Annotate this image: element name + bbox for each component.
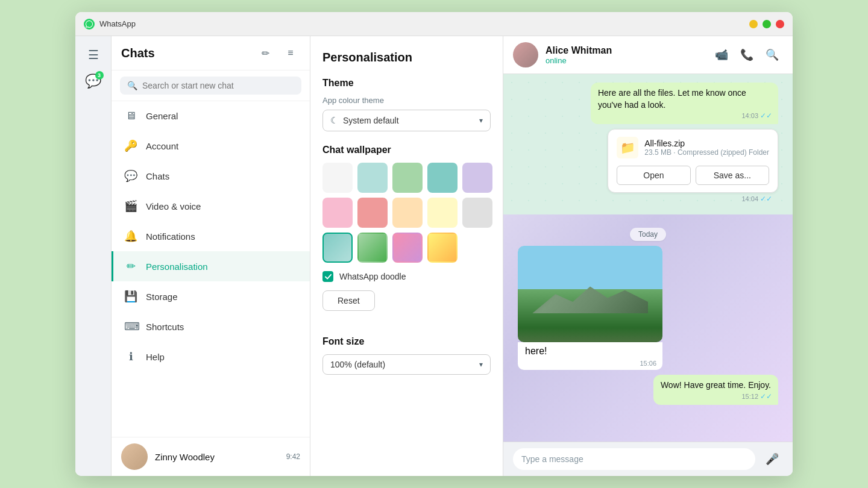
chat-avatar [121,443,148,470]
general-icon: 🖥 [124,110,137,122]
menu-icon[interactable]: ☰ [82,43,105,66]
file-meta: 23.5 MB · Compressed (zipped) Folder [644,148,769,157]
close-button[interactable]: ✕ [776,20,784,28]
file-icon: 📁 [617,137,638,158]
settings-item-help[interactable]: ℹ Help [112,342,310,372]
wallpaper-swatch[interactable] [462,198,492,228]
wallpaper-section: Chat wallpaper WhatsApp doodle Reset [322,145,491,324]
image-message-row: here! 15:06 [518,246,778,370]
new-chat-button[interactable]: ✏ [256,43,275,63]
settings-item-shortcuts[interactable]: ⌨ Shortcuts [112,311,310,342]
file-message-wrap: 📁 All-files.zip 23.5 MB · Compressed (zi… [608,129,778,206]
font-section-title: Font size [322,336,491,347]
outgoing-message-row: Wow! Have great time. Enjoy. 15:12 ✓✓ [518,375,778,405]
wallpaper-swatch[interactable] [462,163,492,193]
personalisation-icon: ✏ [124,260,137,273]
wallpaper-swatch[interactable] [427,163,458,193]
app-logo [84,19,95,30]
settings-item-personalisation[interactable]: ✏ Personalisation [112,251,310,281]
chat-meta: 9:42 [286,452,300,461]
wallpaper-swatch[interactable] [357,198,388,228]
wallpaper-swatch[interactable] [322,163,353,193]
wallpaper-swatch[interactable] [392,233,423,263]
message-text: Here are all the files. Let me know once… [598,88,746,110]
settings-list: 🖥 General 🔑 Account 💬 Chats 🎬 Video & vo… [112,101,310,437]
mountain-image [518,246,662,342]
file-message-row: 📁 All-files.zip 23.5 MB · Compressed (zi… [518,129,778,206]
outgoing-message-text: Wow! Have great time. Enjoy. [661,380,771,390]
settings-item-account[interactable]: 🔑 Account [112,131,310,161]
theme-dropdown[interactable]: ☾ System default ▾ [322,110,491,131]
file-open-button[interactable]: Open [617,166,690,185]
search-chat-button[interactable]: 🔍 [761,44,783,66]
settings-item-label: Shortcuts [146,322,184,332]
wallpaper-swatch[interactable] [322,233,353,263]
filter-button[interactable]: ≡ [281,43,300,63]
outgoing-message-time: 15:12 ✓✓ [741,392,772,402]
chat-bg-purple: Today here! 15:06 [503,214,793,442]
settings-item-video-voice[interactable]: 🎬 Video & voice [112,191,310,221]
voice-call-button[interactable]: 📞 [736,44,758,66]
chat-badge: 3 [95,71,104,80]
wallpaper-section-title: Chat wallpaper [322,145,491,155]
wallpaper-swatch[interactable] [357,233,388,263]
wallpaper-swatch[interactable] [392,163,423,193]
file-name: All-files.zip [644,139,769,148]
left-panel: Chats ✏ ≡ 🔍 🖥 General 🔑 Account 💬 Chats [112,36,310,476]
message-input[interactable] [513,448,755,470]
image-time: 15:06 [640,360,656,367]
chat-area: Alice Whitman online 📹 📞 🔍 Here are all … [503,36,793,476]
shortcuts-icon: ⌨ [124,320,137,333]
message-ticks: ✓✓ [760,111,772,121]
video-call-button[interactable]: 📹 [711,44,732,66]
mic-button[interactable]: 🎤 [761,448,783,470]
chat-input-area: 🎤 [503,442,793,476]
help-icon: ℹ [124,350,137,363]
minimize-button[interactable]: – [749,20,758,28]
chat-time: 9:42 [286,452,300,461]
chat-info: Zinny Woodley [155,452,279,462]
font-dropdown[interactable]: 100% (default) ▾ [322,354,491,375]
settings-item-label: Account [146,141,178,151]
settings-item-general[interactable]: 🖥 General [112,101,310,131]
settings-item-notifications[interactable]: 🔔 Notifications [112,221,310,251]
message-bubble: Here are all the files. Let me know once… [591,83,778,124]
chat-bg-green: Here are all the files. Let me know once… [503,74,793,214]
caption-text: here! [525,346,547,356]
wallpaper-swatch[interactable] [427,233,458,263]
video-voice-icon: 🎬 [124,199,137,213]
chat-list-item[interactable]: Zinny Woodley 9:42 [112,437,310,476]
chat-header-info: Alice Whitman online [546,45,703,65]
file-save-button[interactable]: Save as... [696,166,769,185]
maximize-button[interactable]: □ [763,20,771,28]
wallpaper-grid [322,163,491,263]
day-label: Today [630,228,666,241]
account-icon: 🔑 [124,139,137,152]
file-bubble: 📁 All-files.zip 23.5 MB · Compressed (zi… [608,129,778,193]
personalisation-panel: Personalisation Theme App colour theme ☾… [310,36,503,476]
doodle-label: WhatsApp doodle [339,272,406,281]
wallpaper-swatch[interactable] [427,198,458,228]
chat-header-actions: 📹 📞 🔍 [711,44,783,66]
window-controls: – □ ✕ [749,20,784,28]
doodle-checkbox[interactable] [322,271,333,282]
search-input[interactable] [142,81,294,90]
doodle-checkbox-row: WhatsApp doodle [322,271,491,282]
theme-section-title: Theme [322,78,491,89]
wallpaper-swatch[interactable] [322,198,353,228]
chats-icon: 💬 [124,169,137,183]
theme-icon: ☾ [330,115,338,126]
settings-item-storage[interactable]: 💾 Storage [112,281,310,311]
image-bubble: here! 15:06 [518,246,662,370]
app-window: WhatsApp – □ ✕ ☰ 💬 3 Chats [75,12,793,476]
outgoing-message-bubble: Wow! Have great time. Enjoy. 15:12 ✓✓ [653,375,778,405]
wallpaper-swatch[interactable] [392,198,423,228]
image-caption: here! 15:06 [518,342,662,370]
settings-item-label: Video & voice [146,201,201,211]
file-info: All-files.zip 23.5 MB · Compressed (zipp… [644,139,769,157]
reset-button[interactable]: Reset [322,290,375,311]
settings-item-chats[interactable]: 💬 Chats [112,161,310,191]
file-actions: Open Save as... [617,166,769,185]
chats-icon[interactable]: 💬 3 [82,70,105,93]
wallpaper-swatch[interactable] [357,163,388,193]
